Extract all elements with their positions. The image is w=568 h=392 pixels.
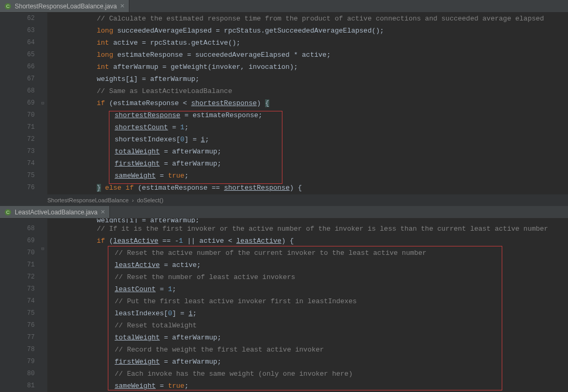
- code-line[interactable]: shortestIndexes[0] = i;: [47, 133, 568, 146]
- code-line[interactable]: int afterWarmup = getWeight(invoker, inv…: [47, 61, 568, 73]
- line-number: 81: [0, 380, 35, 392]
- code-line[interactable]: // Calculate the estimated response time…: [47, 13, 568, 25]
- code-line[interactable]: weights[i] = afterWarmup;: [47, 219, 568, 223]
- svg-text:C: C: [6, 4, 10, 9]
- line-number: 78: [0, 344, 35, 356]
- line-number: 73: [0, 146, 35, 158]
- top-editor-pane: C ShortestResponseLoadBalance.java ✕ 626…: [0, 0, 568, 206]
- code-line[interactable]: // Reset the number of least active invo…: [47, 271, 568, 283]
- code-line[interactable]: // Each invoke has the same weight (only…: [47, 368, 568, 380]
- code-line[interactable]: int active = rpcStatus.getActive();: [47, 37, 568, 49]
- line-number: 66: [0, 61, 35, 73]
- chevron-right-icon: ›: [132, 197, 134, 203]
- code-line[interactable]: } else if (estimateResponse == shortestR…: [47, 182, 568, 194]
- line-number: 71: [0, 259, 35, 271]
- top-editor[interactable]: 62636465666768⊟6970717273747576 // Calcu…: [0, 13, 568, 194]
- line-number: 70: [0, 247, 35, 259]
- breadcrumb-bar: ShortestResponseLoadBalance › doSelect(): [0, 194, 568, 206]
- top-code-area[interactable]: // Calculate the estimated response time…: [47, 13, 568, 194]
- java-class-icon: C: [4, 3, 12, 10]
- svg-text:C: C: [6, 210, 10, 215]
- tab-shortest-response[interactable]: C ShortestResponseLoadBalance.java ✕: [0, 0, 129, 12]
- close-icon[interactable]: ✕: [100, 209, 105, 215]
- code-line[interactable]: sameWeight = true;: [47, 380, 568, 392]
- code-line[interactable]: firstWeight = afterWarmup;: [47, 356, 568, 368]
- code-line[interactable]: totalWeight = afterWarmup;: [47, 332, 568, 344]
- bottom-gutter: 68⊟6970717273747576777879808182: [0, 219, 47, 392]
- line-number: 69: [0, 97, 35, 109]
- bottom-editor[interactable]: 68⊟6970717273747576777879808182 weights[…: [0, 219, 568, 392]
- code-line[interactable]: // If it is the first invoker or the act…: [47, 223, 568, 235]
- line-number: 75: [0, 307, 35, 319]
- tab-filename: ShortestResponseLoadBalance.java: [15, 3, 117, 10]
- code-line[interactable]: // Record the weight the first least act…: [47, 344, 568, 356]
- code-line[interactable]: shortestCount = 1;: [47, 121, 568, 133]
- line-number: 74: [0, 295, 35, 307]
- line-number: 76: [0, 182, 35, 194]
- line-number: 79: [0, 356, 35, 368]
- code-line[interactable]: if (leastActive == -1 || active < leastA…: [47, 235, 568, 247]
- code-line[interactable]: sameWeight = true;: [47, 170, 568, 182]
- code-line[interactable]: long succeededAverageElapsed = rpcStatus…: [47, 25, 568, 37]
- line-number: 65: [0, 49, 35, 61]
- breadcrumb-method[interactable]: doSelect(): [137, 197, 163, 203]
- line-number: 67: [0, 73, 35, 85]
- line-number: 70: [0, 109, 35, 121]
- line-number: 73: [0, 283, 35, 295]
- code-line[interactable]: // Put the first least active invoker fi…: [47, 295, 568, 307]
- code-line[interactable]: shortestResponse = estimateResponse;: [47, 109, 568, 121]
- line-number: 68: [0, 223, 35, 235]
- code-line[interactable]: weights[i] = afterWarmup;: [47, 73, 568, 85]
- line-number: 80: [0, 368, 35, 380]
- top-gutter: 62636465666768⊟6970717273747576: [0, 13, 47, 194]
- fold-icon[interactable]: ⊟: [42, 246, 44, 252]
- bottom-code-area[interactable]: weights[i] = afterWarmup;// If it is the…: [47, 219, 568, 392]
- line-number: 64: [0, 37, 35, 49]
- bottom-editor-pane: C LeastActiveLoadBalance.java ✕ 68⊟69707…: [0, 206, 568, 392]
- code-line[interactable]: leastIndexes[0] = i;: [47, 307, 568, 319]
- line-number: 69: [0, 235, 35, 247]
- code-line[interactable]: if (estimateResponse < shortestResponse)…: [47, 97, 568, 109]
- bottom-tab-bar: C LeastActiveLoadBalance.java ✕: [0, 206, 568, 219]
- tab-least-active[interactable]: C LeastActiveLoadBalance.java ✕: [0, 206, 110, 218]
- code-line[interactable]: leastCount = 1;: [47, 283, 568, 295]
- breadcrumb-class[interactable]: ShortestResponseLoadBalance: [47, 197, 129, 203]
- line-number: 72: [0, 271, 35, 283]
- fold-icon[interactable]: ⊟: [42, 100, 44, 106]
- code-line[interactable]: // Same as LeastActiveLoadBalance: [47, 85, 568, 97]
- line-number: 62: [0, 13, 35, 25]
- line-number: 72: [0, 133, 35, 146]
- code-line[interactable]: firstWeight = afterWarmup;: [47, 158, 568, 170]
- tab-filename: LeastActiveLoadBalance.java: [15, 209, 97, 216]
- line-number: 77: [0, 332, 35, 344]
- code-line[interactable]: // Reset the active number of the curren…: [47, 247, 568, 259]
- line-number: 71: [0, 121, 35, 133]
- code-line[interactable]: // Reset totalWeight: [47, 319, 568, 332]
- line-number: 68: [0, 85, 35, 97]
- close-icon[interactable]: ✕: [120, 3, 125, 9]
- line-number: 63: [0, 25, 35, 37]
- top-tab-bar: C ShortestResponseLoadBalance.java ✕: [0, 0, 568, 13]
- line-number: 75: [0, 170, 35, 182]
- code-line[interactable]: totalWeight = afterWarmup;: [47, 146, 568, 158]
- java-class-icon: C: [4, 209, 12, 216]
- line-number: 76: [0, 319, 35, 332]
- code-line[interactable]: leastActive = active;: [47, 259, 568, 271]
- code-line[interactable]: long estimateResponse = succeededAverage…: [47, 49, 568, 61]
- line-number: 74: [0, 158, 35, 170]
